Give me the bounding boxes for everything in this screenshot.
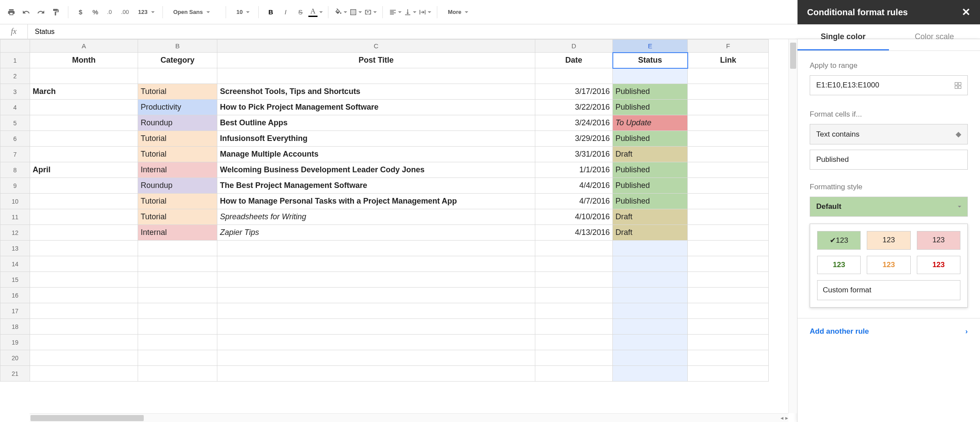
cell-F10[interactable]: [688, 194, 769, 209]
cell-E20[interactable]: [613, 350, 688, 366]
font-size-dropdown[interactable]: 10: [231, 5, 253, 19]
cell-F16[interactable]: [688, 288, 769, 303]
cell-A15[interactable]: [30, 272, 138, 288]
spreadsheet-grid[interactable]: ABCDEF1MonthCategoryPost TitleDateStatus…: [0, 39, 797, 422]
cell-C3[interactable]: Screenshot Tools, Tips and Shortcuts: [217, 84, 535, 100]
cell-A14[interactable]: [30, 256, 138, 272]
swatch-green-text[interactable]: 123: [817, 256, 861, 274]
cell-A10[interactable]: [30, 194, 138, 209]
cell-F9[interactable]: [688, 178, 769, 194]
row-header-4[interactable]: 4: [0, 100, 30, 115]
row-header-13[interactable]: 13: [0, 241, 30, 256]
cell-D19[interactable]: [535, 335, 613, 350]
cell-E14[interactable]: [613, 256, 688, 272]
cell-B11[interactable]: Tutorial: [138, 209, 217, 225]
cell-E18[interactable]: [613, 319, 688, 335]
column-header-F[interactable]: F: [688, 40, 769, 53]
valign-button[interactable]: [403, 5, 417, 19]
cell-C4[interactable]: How to Pick Project Management Software: [217, 100, 535, 115]
cell-C10[interactable]: How to Manage Personal Tasks with a Proj…: [217, 194, 535, 209]
cell-F18[interactable]: [688, 319, 769, 335]
swatch-red-text[interactable]: 123: [917, 256, 960, 274]
cell-A21[interactable]: [30, 366, 138, 382]
cell-F15[interactable]: [688, 272, 769, 288]
cell-F8[interactable]: [688, 162, 769, 178]
borders-button[interactable]: [348, 5, 362, 19]
row-header-5[interactable]: 5: [0, 115, 30, 131]
row-header-19[interactable]: 19: [0, 335, 30, 350]
cell-C9[interactable]: The Best Project Management Software: [217, 178, 535, 194]
cell-F11[interactable]: [688, 209, 769, 225]
cell-D12[interactable]: 4/13/2016: [535, 225, 613, 241]
row-header-10[interactable]: 10: [0, 194, 30, 209]
cell-A1[interactable]: Month: [30, 53, 138, 68]
cell-E21[interactable]: [613, 366, 688, 382]
vertical-scrollbar[interactable]: [788, 39, 797, 413]
row-header-7[interactable]: 7: [0, 147, 30, 162]
cell-B13[interactable]: [138, 241, 217, 256]
cell-E17[interactable]: [613, 303, 688, 319]
cell-C15[interactable]: [217, 272, 535, 288]
cell-A16[interactable]: [30, 288, 138, 303]
style-select[interactable]: Default: [810, 197, 968, 217]
row-header-2[interactable]: 2: [0, 68, 30, 84]
cell-A20[interactable]: [30, 350, 138, 366]
cell-C8[interactable]: Welcoming Business Development Leader Co…: [217, 162, 535, 178]
cell-E2[interactable]: [613, 68, 688, 84]
tab-color-scale[interactable]: Color scale: [889, 24, 980, 50]
percent-button[interactable]: %: [88, 5, 102, 19]
cell-F7[interactable]: [688, 147, 769, 162]
cell-B5[interactable]: Roundup: [138, 115, 217, 131]
cell-B21[interactable]: [138, 366, 217, 382]
cell-D2[interactable]: [535, 68, 613, 84]
swatch-orange-text[interactable]: 123: [867, 256, 910, 274]
cell-D13[interactable]: [535, 241, 613, 256]
cell-B1[interactable]: Category: [138, 53, 217, 68]
cell-B20[interactable]: [138, 350, 217, 366]
cell-C6[interactable]: Infusionsoft Everything: [217, 131, 535, 147]
cell-E13[interactable]: [613, 241, 688, 256]
cell-D10[interactable]: 4/7/2016: [535, 194, 613, 209]
cell-F14[interactable]: [688, 256, 769, 272]
row-header-1[interactable]: 1: [0, 53, 30, 68]
row-header-8[interactable]: 8: [0, 162, 30, 178]
cell-E16[interactable]: [613, 288, 688, 303]
row-header-6[interactable]: 6: [0, 131, 30, 147]
swatch-red-fill[interactable]: 123: [917, 231, 960, 250]
range-picker-icon[interactable]: [955, 82, 961, 89]
cell-F13[interactable]: [688, 241, 769, 256]
cell-C18[interactable]: [217, 319, 535, 335]
tab-single-color[interactable]: Single color: [798, 24, 889, 50]
paint-format-button[interactable]: [49, 5, 63, 19]
cell-C12[interactable]: Zapier Tips: [217, 225, 535, 241]
cell-E12[interactable]: Draft: [613, 225, 688, 241]
sheet-nav-arrows[interactable]: ◂ ▸: [781, 413, 788, 422]
cell-A2[interactable]: [30, 68, 138, 84]
condition-select[interactable]: Text contains ◆: [810, 124, 968, 144]
undo-button[interactable]: [19, 5, 33, 19]
cell-E15[interactable]: [613, 272, 688, 288]
cell-D11[interactable]: 4/10/2016: [535, 209, 613, 225]
cell-E19[interactable]: [613, 335, 688, 350]
cell-A19[interactable]: [30, 335, 138, 350]
cell-F21[interactable]: [688, 366, 769, 382]
bold-button[interactable]: B: [264, 5, 278, 19]
cell-E3[interactable]: Published: [613, 84, 688, 100]
cell-B3[interactable]: Tutorial: [138, 84, 217, 100]
cell-F6[interactable]: [688, 131, 769, 147]
cell-B2[interactable]: [138, 68, 217, 84]
cell-B4[interactable]: Productivity: [138, 100, 217, 115]
cell-F20[interactable]: [688, 350, 769, 366]
column-header-C[interactable]: C: [217, 40, 535, 53]
add-rule-button[interactable]: Add another rule ›: [798, 318, 980, 345]
column-header-B[interactable]: B: [138, 40, 217, 53]
cell-E1[interactable]: Status: [613, 53, 688, 68]
cell-F17[interactable]: [688, 303, 769, 319]
cell-E7[interactable]: Draft: [613, 147, 688, 162]
column-header-D[interactable]: D: [535, 40, 613, 53]
cell-D17[interactable]: [535, 303, 613, 319]
cell-E6[interactable]: Published: [613, 131, 688, 147]
cell-B6[interactable]: Tutorial: [138, 131, 217, 147]
cell-E9[interactable]: Published: [613, 178, 688, 194]
cell-F3[interactable]: [688, 84, 769, 100]
